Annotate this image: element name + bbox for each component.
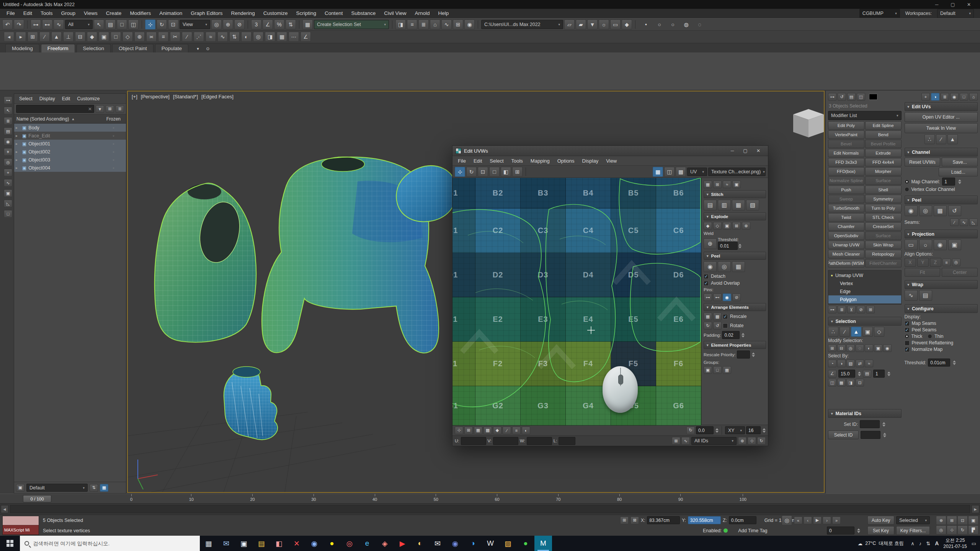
explorer-grid-icon[interactable]: ▦ [100,484,108,492]
explorer-lights-icon[interactable]: ☀ [4,148,12,156]
transform-typein-icon[interactable]: ⊞ [620,517,629,524]
viewport-menu-shading[interactable]: [Edged Faces] [201,94,234,99]
orbit-icon[interactable]: ↻ [957,525,968,535]
scene-explorer-row[interactable]: ▸ ▣ Body ◦ [14,124,126,132]
open-edge-icon[interactable]: ◨ [846,379,855,386]
menu-item[interactable]: Views [80,9,102,18]
uv-close-button[interactable]: ✕ [752,146,765,156]
uv-vertex-snap-icon[interactable]: ◆ [493,427,501,434]
edit-uvws-dialog[interactable]: Edit UVWs ─ ▢ ✕ FileEditSelectToolsMappi… [452,145,768,446]
peel-mode-icon[interactable]: ◎ [718,261,731,272]
maps-app-icon[interactable]: ◈ [376,536,394,551]
modifier-button[interactable]: Edit Spline [865,121,902,130]
uv-minimize-button[interactable]: ─ [726,146,739,156]
spherical-map-icon[interactable]: ◉ [934,240,947,250]
stitch-custom-icon[interactable]: ▧ [746,200,759,210]
uv-menu-item[interactable]: Edit [470,156,486,165]
youtube-icon[interactable]: ▶ [394,536,411,551]
weld-threshold-field[interactable]: 0.01 [718,242,738,250]
scene-explorer-row[interactable]: ▸ ▣ Object002 ◦ [14,148,126,156]
use-pivot-icon[interactable]: ◎ [253,32,263,42]
uv-copy-icon[interactable]: ⊞ [464,427,473,434]
expand-arrow-icon[interactable]: ▸ [16,166,20,170]
expand-arrow-icon[interactable]: ▸ [16,134,20,138]
cfg-threshold-field[interactable]: 0.01cm [928,359,950,367]
key-filters-button[interactable]: Key Filters... [896,526,930,535]
modifier-button[interactable]: VertexPaint [828,130,864,139]
coordinate-lock-icon[interactable]: ⊠ [630,517,639,524]
time-slider[interactable]: 0 / 100 [23,495,51,502]
invert-selection-icon[interactable]: ⇄ [856,360,864,367]
explorer-bones-icon[interactable]: ◺ [4,200,12,207]
menu-item[interactable]: Modifiers [126,9,155,18]
push-pull-icon[interactable]: ⇅ [229,32,240,42]
timeline-ruler[interactable]: 0 / 100 0102030405060708090100 [0,494,980,504]
uv-menu-item[interactable]: File [454,156,470,165]
matid-select-icon[interactable]: ▤ [863,370,871,378]
rotate-angle-spinner[interactable] [715,428,719,433]
stack-sublevel-item[interactable]: Vertex [828,279,901,287]
modifier-list-dropdown[interactable]: Modifier List▾ [828,111,902,120]
unpin-all-icon[interactable]: ⊘ [732,293,741,301]
planar-angle-icon[interactable]: ∠ [828,370,836,378]
by-element-icon[interactable]: ▣ [874,344,882,352]
line-app-icon[interactable]: ● [517,536,534,551]
uv-canvas[interactable]: B1B2B3B4B5B6C1C2C3C4C5C6D1D2D3D4D5D6E1E2… [452,178,701,425]
modifier-button[interactable]: PathDeform (WSM) [828,259,864,267]
extrude-icon[interactable]: ⊟ [75,32,85,42]
photos-app-icon[interactable]: ▧ [499,536,517,551]
stack-sublevel-item[interactable]: Edge [828,287,901,295]
modifier-button[interactable]: Normalize Spline [828,176,864,185]
modifier-button[interactable]: Retopology [865,250,902,258]
tab-display-icon[interactable]: □ [960,93,968,101]
modifier-button[interactable]: Chamfer [828,222,864,231]
filter-funnel-icon[interactable]: ▼ [96,105,104,113]
inset-icon[interactable]: ▣ [99,32,109,42]
spinner-snap-icon[interactable]: ⇅ [286,20,296,29]
edit-uvs-rollout-header[interactable]: ▾Edit UVs [905,102,978,111]
planar-angle-field[interactable]: 15.0 [838,370,855,378]
modifier-button[interactable]: Morpher [865,167,902,176]
ungroup-icon[interactable]: □ [713,366,722,374]
sort-arrow-icon[interactable]: ▲ [71,117,75,121]
modifier-button[interactable]: Surface [865,176,902,185]
taskbar-search-box[interactable] [20,536,200,551]
menu-item[interactable]: Graph Editors [186,9,227,18]
padding-spinner[interactable] [742,333,745,337]
spacing-tool-icon[interactable]: ⋯ [289,32,299,42]
modifier-button[interactable]: Symmetry [865,195,902,203]
render-production-icon[interactable]: ◆ [622,20,632,29]
align-icon[interactable]: ≡ [407,20,417,29]
material-editor-icon[interactable]: ◉ [464,20,475,29]
ring-selection-icon[interactable]: ◎ [846,344,855,352]
detach-checkbox[interactable]: ✓Detach [704,274,766,279]
mirror-geometry-icon[interactable]: ◨ [265,32,275,42]
network-icon[interactable]: ⇅ [926,541,930,546]
object-color-swatch[interactable] [869,94,877,100]
ribbon-tab[interactable]: Modeling [5,44,39,52]
curve-editor-icon[interactable]: ∿ [441,20,452,29]
menu-item[interactable]: Content [320,9,347,18]
explorer-view-icon[interactable]: ▣ [16,484,24,492]
expand-arrow-icon[interactable]: ▸ [16,142,20,146]
timeline-tick[interactable]: 80 [617,494,622,504]
material-ids-rollout-header[interactable]: ▾Material IDs [828,409,902,418]
explorer-hierarchy-icon[interactable]: ≣ [4,117,12,125]
render-setup-icon[interactable]: ☼ [599,20,609,29]
modifier-button[interactable]: CreaseSet [865,222,902,231]
pin-icon[interactable]: ⊶ [704,293,712,301]
paint-app-icon[interactable]: ◧ [270,536,288,551]
best-align-icon[interactable]: ≡ [942,259,951,266]
set-key-button[interactable]: Set Key [867,526,894,535]
rescale-priority-field[interactable] [737,350,750,359]
uv-grid-size-spinner[interactable] [763,428,766,433]
camera-app-icon[interactable]: ◐ [411,536,429,551]
explorer-menu-item[interactable]: Edit [59,94,74,103]
play-icon[interactable]: ▶ [813,517,822,524]
normalize-map-checkbox[interactable]: ✓Normalize Map [905,347,978,352]
center-button[interactable]: Center [942,268,978,277]
schematic-view-icon[interactable]: ⊞ [453,20,463,29]
mirror-icon[interactable]: ◨ [395,20,406,29]
normal-constraint-icon[interactable]: ⊥ [63,32,74,42]
menu-item[interactable]: Create [102,9,126,18]
